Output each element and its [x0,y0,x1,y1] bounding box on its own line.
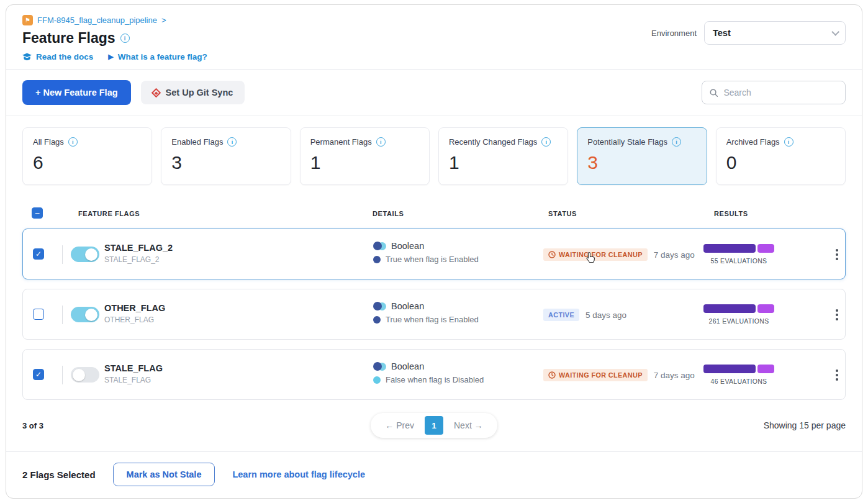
flag-toggle[interactable] [71,247,99,262]
flag-toggle[interactable] [71,367,99,383]
select-all-checkbox[interactable]: – [32,207,43,219]
info-icon[interactable]: i [672,137,681,147]
stat-card-permanent-flags[interactable]: Permanent Flags i 1 [300,127,430,185]
table-row[interactable]: OTHER_FLAG OTHER_FLAG Boolean True when … [22,289,846,340]
variation-description: True when flag is Enabled [386,255,479,264]
stat-card-recently-changed-flags[interactable]: Recently Changed Flags i 1 [438,127,568,185]
cursor-pointer [585,252,597,264]
app-window: ⚑ FFM-8945_flag_cleanup_pipeline > Featu… [6,4,862,499]
toggle-knob [85,309,97,321]
breadcrumb-project-link[interactable]: FFM-8945_flag_cleanup_pipeline [37,16,157,25]
bar-segment-light [757,244,774,253]
row-checkbox[interactable] [33,309,44,320]
status-time: 7 days ago [654,250,695,260]
git-sync-icon [151,88,161,97]
breadcrumb-chevron-icon: > [161,16,166,25]
stat-card-archived-flags[interactable]: Archived Flags i 0 [716,127,846,185]
play-icon: ▶ [108,53,113,61]
results-cell: 261 EVALUATIONS [698,304,779,325]
page-number-button[interactable]: 1 [425,416,443,435]
boolean-type-icon [373,302,386,310]
mark-not-stale-button[interactable]: Mark as Not Stale [113,463,215,486]
stat-label: All Flags [33,137,64,147]
search-icon [710,88,718,97]
toggle-knob [85,248,97,261]
table-row[interactable]: ✓ STALE_FLAG STALE_FLAG Boolean False wh… [22,349,846,400]
stat-card-all-flags[interactable]: All Flags i 6 [22,127,152,185]
column-header-feature-flags: FEATURE FLAGS [78,210,140,217]
bar-segment-dark [703,365,756,373]
git-sync-button[interactable]: Set Up Git Sync [141,81,245,104]
flag-name[interactable]: STALE_FLAG [104,363,163,373]
evaluations-bar [698,365,779,373]
flag-details: Boolean True when flag is Enabled [373,301,479,324]
stat-label: Potentially Stale Flags [587,137,667,147]
divider [62,306,63,324]
flag-stat-cards: All Flags i 6 Enabled Flags i 3 Permanen… [6,116,862,200]
git-sync-label: Set Up Git Sync [166,88,233,97]
stat-label: Enabled Flags [171,137,223,147]
row-count: 3 of 3 [22,421,371,430]
variation-dot-icon [373,316,381,324]
read-docs-link[interactable]: Read the docs [22,52,93,61]
next-page-button[interactable]: Next → [443,417,494,434]
boolean-type-icon [373,242,386,250]
flag-name[interactable]: OTHER_FLAG [104,303,165,313]
results-cell: 46 EVALUATIONS [698,365,779,385]
column-header-details: DETAILS [373,210,404,217]
table-header-row: – FEATURE FLAGS DETAILS STATUS RESULTS [22,200,846,229]
search-input[interactable] [723,88,838,97]
evaluations-count: 261 EVALUATIONS [698,317,779,325]
docs-icon [22,53,32,61]
info-icon[interactable]: i [376,137,386,147]
info-icon[interactable]: i [227,137,237,147]
info-icon[interactable]: i [68,137,78,147]
pagination-bar: 3 of 3 ← Prev 1 Next → Showing 15 per pa… [6,409,862,451]
flag-name[interactable]: STALE_FLAG_2 [104,243,173,253]
flag-toggle[interactable] [71,307,99,322]
stat-card-enabled-flags[interactable]: Enabled Flags i 3 [161,127,291,185]
column-header-results: RESULTS [714,210,748,217]
what-is-feature-flag-link[interactable]: ▶ What is a feature flag? [108,52,207,61]
row-checkbox[interactable]: ✓ [33,248,44,260]
what-is-label: What is a feature flag? [118,52,207,61]
stat-value: 0 [726,152,835,173]
info-icon[interactable]: i [784,137,793,147]
row-menu-kebab-icon[interactable] [829,366,845,384]
clock-icon [548,251,556,258]
row-menu-kebab-icon[interactable] [829,306,845,324]
variation-dot-icon [373,376,381,384]
status-badge[interactable]: ACTIVE [543,309,579,321]
stat-label: Archived Flags [726,137,780,147]
status-badge[interactable]: WAITING FOR CLEANUP [543,369,648,381]
results-cell: 55 EVALUATIONS [698,244,779,265]
table-row[interactable]: ✓ STALE_FLAG_2 STALE_FLAG_2 Boolean True… [22,229,846,279]
selected-flags-count: 2 Flags Selected [22,469,96,480]
chevron-down-icon [831,28,839,36]
status-label: ACTIVE [548,311,574,319]
environment-value: Test [713,28,731,38]
stat-value: 1 [449,152,558,173]
read-docs-label: Read the docs [36,52,93,61]
status-label: WAITING FOR CLEANUP [559,371,643,379]
variation-dot-icon [373,256,381,263]
title-info-icon[interactable]: i [120,34,130,43]
flag-lifecycle-link[interactable]: Learn more about flag lifecycle [232,469,365,479]
bar-segment-dark [703,304,756,313]
stat-card-potentially-stale-flags[interactable]: Potentially Stale Flags i 3 [577,127,707,185]
variation-description: False when flag is Disabled [386,375,484,384]
row-menu-kebab-icon[interactable] [829,245,845,264]
pager: ← Prev 1 Next → [371,413,497,438]
bar-segment-light [757,365,774,373]
stat-label: Permanent Flags [310,137,372,147]
selection-footer: 2 Flags Selected Mark as Not Stale Learn… [6,451,862,497]
flag-identifier: STALE_FLAG_2 [104,255,173,264]
prev-page-button[interactable]: ← Prev [374,417,425,434]
environment-dropdown[interactable]: Test [704,21,846,45]
stat-value: 3 [587,152,696,173]
divider [62,366,63,384]
new-feature-flag-button[interactable]: + New Feature Flag [22,80,131,105]
clock-icon [548,371,556,379]
info-icon[interactable]: i [541,137,551,147]
row-checkbox[interactable]: ✓ [33,369,44,380]
